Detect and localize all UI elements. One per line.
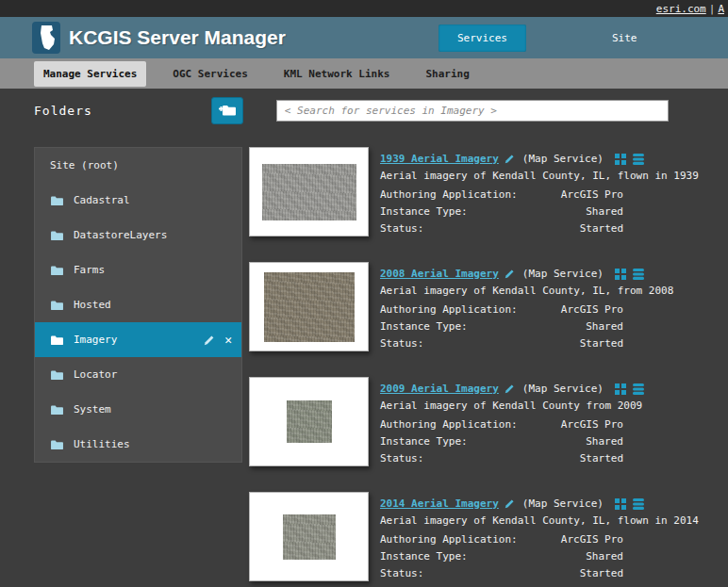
tab-services[interactable]: Services <box>438 24 526 52</box>
rename-folder-icon[interactable] <box>204 334 215 346</box>
tab-site[interactable]: Site <box>606 24 643 52</box>
edit-service-icon[interactable] <box>505 498 515 509</box>
grid-icon[interactable] <box>615 269 626 280</box>
sidebar-item-datastorelayers[interactable]: DatastoreLayers <box>35 218 241 253</box>
database-icon[interactable] <box>633 154 644 165</box>
subtab-manage-services[interactable]: Manage Services <box>34 61 146 87</box>
sidebar-item-system[interactable]: System <box>35 392 241 427</box>
sidebar-item-site-root[interactable]: Site (root) <box>35 148 241 183</box>
authoring-value: ArcGIS Pro <box>561 303 623 316</box>
instance-label: Instance Type: <box>380 550 468 563</box>
instance-value: Shared <box>586 320 623 333</box>
service-description: Aerial imagery of Kendall County, IL, fl… <box>380 170 699 186</box>
service-title-link[interactable]: 2009 Aerial Imagery <box>380 383 499 395</box>
services-subnav: Manage Services OGC Services KML Network… <box>0 58 728 89</box>
sidebar-root-label: Site (root) <box>50 159 119 171</box>
sidebar-item-label: Hosted <box>74 299 111 311</box>
service-description: Aerial imagery of Kendall County, IL, fr… <box>380 285 673 301</box>
sidebar-item-label: System <box>74 403 111 416</box>
aerial-thumbnail-image <box>287 400 332 443</box>
folder-icon <box>50 230 64 241</box>
edit-service-icon[interactable] <box>505 383 515 394</box>
service-info: 2014 Aerial Imagery (Map Service) Aerial… <box>380 492 699 581</box>
service-title-line: 2008 Aerial Imagery (Map Service) <box>380 266 673 282</box>
service-thumbnail[interactable] <box>249 377 369 466</box>
services-list: 1939 Aerial Imagery (Map Service) Aerial… <box>249 147 699 581</box>
sidebar-item-utilities[interactable]: Utilities <box>35 427 241 462</box>
service-thumbnail[interactable] <box>249 147 369 236</box>
sidebar-item-hosted[interactable]: Hosted <box>35 287 241 322</box>
subtab-kml-network-links[interactable]: KML Network Links <box>274 61 400 87</box>
edit-service-icon[interactable] <box>505 154 515 164</box>
sidebar-item-label: Utilities <box>74 438 130 450</box>
edit-service-icon[interactable] <box>505 269 515 279</box>
instance-value: Shared <box>586 435 623 448</box>
instance-label: Instance Type: <box>380 435 468 448</box>
sidebar-item-locator[interactable]: Locator <box>35 357 241 392</box>
status-row: Status: Started <box>380 334 623 351</box>
folder-icon <box>50 439 64 450</box>
aerial-thumbnail-image <box>262 164 356 220</box>
instance-row: Instance Type: Shared <box>380 432 623 449</box>
authoring-value: ArcGIS Pro <box>561 188 623 201</box>
sidebar-item-farms[interactable]: Farms <box>35 253 241 287</box>
kcgis-logo-icon <box>32 22 60 54</box>
authoring-label: Authoring Application: <box>380 303 518 316</box>
status-row: Status: Started <box>380 220 623 236</box>
authoring-label: Authoring Application: <box>380 533 518 546</box>
search-input[interactable] <box>276 100 669 122</box>
service-thumbnail[interactable] <box>249 492 369 581</box>
authoring-row: Authoring Application: ArcGIS Pro <box>380 301 623 318</box>
folder-icon <box>50 300 64 311</box>
service-title-line: 1939 Aerial Imagery (Map Service) <box>380 151 699 167</box>
folders-toolbar: Folders <box>0 89 728 132</box>
subtab-sharing[interactable]: Sharing <box>416 61 478 87</box>
instance-row: Instance Type: Shared <box>380 203 623 220</box>
service-description: Aerial imagery of Kendall County from 20… <box>380 399 644 416</box>
folders-sidebar: Site (root) Cadastral DatastoreLayers Fa… <box>34 147 242 463</box>
service-row-2014: 2014 Aerial Imagery (Map Service) Aerial… <box>249 492 699 581</box>
sidebar-item-imagery[interactable]: Imagery ✕ <box>35 322 241 357</box>
service-actions <box>615 383 644 395</box>
folder-icon <box>50 265 64 276</box>
authoring-row: Authoring Application: ArcGIS Pro <box>380 530 623 547</box>
status-label: Status: <box>380 567 423 579</box>
folder-icon <box>50 404 64 416</box>
top-utility-bar: esri.com | A <box>0 0 728 17</box>
folders-heading: Folders <box>34 104 92 118</box>
grid-icon[interactable] <box>615 383 626 395</box>
link-separator: | <box>709 3 716 15</box>
instance-row: Instance Type: Shared <box>380 318 623 334</box>
grid-icon[interactable] <box>615 498 626 510</box>
about-link[interactable]: A <box>718 3 724 15</box>
status-row: Status: Started <box>380 564 623 581</box>
status-value: Started <box>580 567 623 579</box>
aerial-thumbnail-image <box>264 272 355 342</box>
app-header: KCGIS Server Manager Services Site Se <box>0 17 728 58</box>
service-title-link[interactable]: 2008 Aerial Imagery <box>380 268 499 280</box>
service-actions <box>615 269 644 280</box>
header-nav: Services Site Se <box>438 17 728 58</box>
sidebar-item-label: Imagery <box>74 334 117 346</box>
esri-link[interactable]: esri.com <box>656 3 706 15</box>
service-type-label: (Map Service) <box>522 383 604 395</box>
tab-security[interactable]: Se <box>722 24 728 52</box>
service-title-link[interactable]: 1939 Aerial Imagery <box>380 153 499 165</box>
subtab-ogc-services[interactable]: OGC Services <box>163 61 256 87</box>
authoring-value: ArcGIS Pro <box>561 533 623 546</box>
sidebar-item-cadastral[interactable]: Cadastral <box>35 183 241 218</box>
database-icon[interactable] <box>633 498 644 510</box>
new-folder-button[interactable] <box>211 97 243 124</box>
service-title-link[interactable]: 2014 Aerial Imagery <box>380 497 499 510</box>
folder-actions: ✕ <box>204 334 232 346</box>
service-type-label: (Map Service) <box>522 497 604 510</box>
delete-folder-icon[interactable]: ✕ <box>224 334 232 346</box>
service-thumbnail[interactable] <box>249 262 369 351</box>
instance-value: Shared <box>586 550 623 563</box>
service-type-label: (Map Service) <box>522 268 604 280</box>
authoring-label: Authoring Application: <box>380 418 518 431</box>
status-label: Status: <box>380 222 423 235</box>
database-icon[interactable] <box>633 383 644 395</box>
grid-icon[interactable] <box>615 154 626 165</box>
database-icon[interactable] <box>633 269 644 280</box>
